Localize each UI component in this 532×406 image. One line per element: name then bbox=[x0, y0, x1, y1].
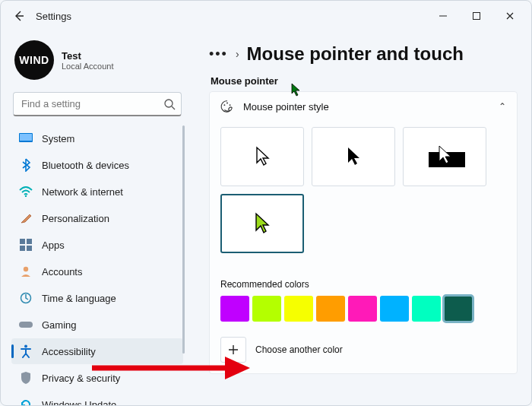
search-input[interactable] bbox=[13, 92, 182, 116]
person-icon bbox=[19, 265, 33, 278]
monitor-icon bbox=[19, 132, 33, 145]
chevron-up-icon: ⌃ bbox=[499, 101, 506, 112]
cursor-white-icon bbox=[254, 146, 271, 167]
sidebar-item-personalization[interactable]: Personalization bbox=[11, 205, 183, 231]
app-title: Settings bbox=[36, 11, 71, 22]
page-title: Mouse pointer and touch bbox=[247, 43, 464, 65]
color-swatch-selected[interactable] bbox=[444, 296, 473, 322]
svg-rect-9 bbox=[20, 246, 25, 251]
breadcrumb-overflow-button[interactable]: ••• bbox=[209, 47, 228, 61]
cursor-black-icon bbox=[345, 146, 362, 167]
pointer-style-inverted[interactable] bbox=[403, 127, 486, 186]
sidebar-item-label: Time & language bbox=[42, 293, 116, 304]
sidebar-item-label: System bbox=[42, 133, 74, 144]
profile-name: Test bbox=[62, 50, 114, 62]
nav-scrollbar[interactable] bbox=[182, 125, 185, 406]
sidebar-item-label: Personalization bbox=[42, 213, 109, 224]
section-header: Mouse pointer bbox=[211, 75, 518, 87]
minimize-icon bbox=[439, 11, 448, 21]
svg-rect-5 bbox=[20, 134, 32, 141]
paintbrush-icon bbox=[19, 211, 33, 225]
color-swatch[interactable] bbox=[252, 296, 281, 322]
choose-color-row: Choose another color bbox=[210, 331, 517, 373]
pointer-style-custom-color[interactable] bbox=[220, 194, 304, 253]
sidebar-item-label: Network & internet bbox=[42, 186, 123, 198]
profile-block[interactable]: WIND Test Local Account bbox=[14, 40, 183, 80]
svg-point-11 bbox=[24, 267, 28, 271]
sidebar-item-label: Windows Update bbox=[42, 399, 116, 407]
choose-color-label: Choose another color bbox=[255, 344, 343, 355]
maximize-icon bbox=[472, 11, 481, 21]
sidebar-item-label: Privacy & security bbox=[42, 373, 120, 384]
sidebar-item-time-language[interactable]: Time & language bbox=[11, 285, 183, 311]
svg-point-6 bbox=[25, 195, 27, 197]
sidebar-item-apps[interactable]: Apps bbox=[11, 232, 183, 258]
sidebar-item-windows-update[interactable]: Windows Update bbox=[11, 392, 183, 406]
wifi-icon bbox=[19, 185, 33, 198]
minimize-button[interactable] bbox=[428, 4, 458, 28]
color-swatch[interactable] bbox=[284, 296, 313, 322]
svg-point-14 bbox=[24, 345, 27, 348]
sidebar-item-label: Accounts bbox=[42, 266, 82, 278]
svg-rect-1 bbox=[473, 13, 480, 20]
shield-icon bbox=[19, 371, 33, 385]
chevron-right-icon: › bbox=[236, 48, 239, 60]
nav-list: System Bluetooth & devices Network & int… bbox=[11, 125, 183, 406]
color-swatch[interactable] bbox=[348, 296, 377, 322]
sidebar-item-network[interactable]: Network & internet bbox=[11, 179, 183, 205]
globe-clock-icon bbox=[19, 291, 33, 305]
pointer-style-grid bbox=[210, 121, 517, 264]
color-swatch[interactable] bbox=[220, 296, 249, 322]
window-controls bbox=[428, 4, 525, 28]
content-area: WIND Test Local Account System Bluetooth… bbox=[1, 31, 531, 405]
pointer-style-card: Mouse pointer style ⌃ Recommended colo bbox=[209, 91, 518, 374]
sidebar-item-gaming[interactable]: Gaming bbox=[11, 312, 183, 338]
sidebar-item-label: Gaming bbox=[42, 319, 77, 331]
close-icon bbox=[505, 11, 515, 21]
sidebar-item-label: Apps bbox=[42, 239, 65, 251]
svg-rect-7 bbox=[20, 239, 25, 244]
sidebar-item-privacy[interactable]: Privacy & security bbox=[11, 365, 183, 391]
color-swatch[interactable] bbox=[412, 296, 441, 322]
bluetooth-icon bbox=[19, 158, 33, 172]
color-swatch[interactable] bbox=[316, 296, 345, 322]
avatar: WIND bbox=[14, 40, 54, 80]
cursor-color-icon bbox=[253, 212, 271, 235]
pointer-style-label: Mouse pointer style bbox=[243, 101, 329, 113]
sidebar-item-label: Accessibility bbox=[42, 346, 96, 357]
title-bar: Settings bbox=[1, 1, 531, 31]
pointer-style-black[interactable] bbox=[312, 127, 395, 186]
color-swatch[interactable] bbox=[380, 296, 409, 322]
update-icon bbox=[19, 398, 33, 406]
close-button[interactable] bbox=[495, 4, 525, 28]
sidebar-item-label: Bluetooth & devices bbox=[42, 160, 129, 171]
plus-icon bbox=[227, 344, 239, 356]
sidebar-item-bluetooth[interactable]: Bluetooth & devices bbox=[11, 152, 183, 178]
color-swatch-row bbox=[220, 296, 506, 322]
sidebar-item-system[interactable]: System bbox=[11, 125, 183, 151]
svg-rect-13 bbox=[19, 322, 33, 328]
arrow-left-icon bbox=[13, 10, 25, 22]
accessibility-icon bbox=[19, 344, 33, 358]
back-button[interactable] bbox=[7, 4, 31, 28]
cursor-inverted-icon bbox=[418, 141, 471, 172]
breadcrumb: ••• › Mouse pointer and touch bbox=[209, 43, 518, 65]
sidebar: WIND Test Local Account System Bluetooth… bbox=[1, 31, 192, 405]
sidebar-item-accounts[interactable]: Accounts bbox=[11, 259, 183, 284]
svg-rect-8 bbox=[27, 239, 32, 244]
svg-point-17 bbox=[230, 104, 231, 106]
sidebar-item-accessibility[interactable]: Accessibility bbox=[11, 338, 183, 364]
svg-point-16 bbox=[226, 103, 228, 104]
pointer-style-header[interactable]: Mouse pointer style ⌃ bbox=[210, 92, 517, 121]
svg-rect-10 bbox=[27, 246, 32, 251]
profile-subtitle: Local Account bbox=[62, 62, 114, 71]
scrollbar-thumb[interactable] bbox=[182, 125, 185, 354]
search-row bbox=[13, 92, 182, 116]
choose-color-button[interactable] bbox=[220, 337, 246, 363]
apps-icon bbox=[19, 238, 33, 252]
main-panel: ••• › Mouse pointer and touch Mouse poin… bbox=[192, 31, 531, 405]
svg-point-15 bbox=[224, 104, 226, 106]
pointer-style-white[interactable] bbox=[220, 127, 304, 186]
recommended-colors-label: Recommended colors bbox=[220, 279, 506, 290]
maximize-button[interactable] bbox=[461, 4, 492, 28]
